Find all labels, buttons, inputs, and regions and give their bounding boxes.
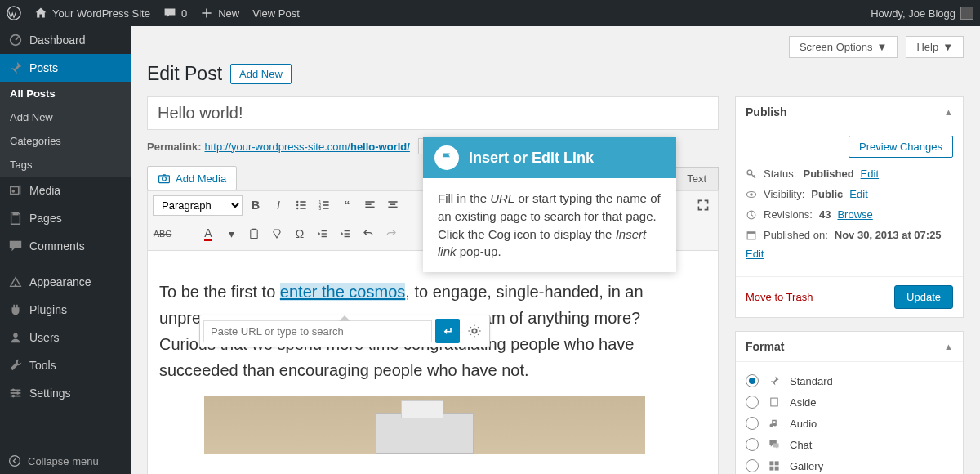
svg-rect-28 [388, 201, 397, 203]
comments-link[interactable]: 0 [163, 7, 187, 20]
camera-icon [158, 172, 171, 185]
new-link[interactable]: New [200, 7, 239, 20]
post-image [204, 396, 645, 454]
alignleft-button[interactable] [360, 195, 380, 216]
quote-button[interactable]: “ [337, 195, 357, 216]
ol-button[interactable]: 123 [314, 195, 334, 216]
svg-point-8 [16, 391, 20, 395]
svg-rect-33 [322, 230, 327, 231]
format-option-audio[interactable]: Audio [746, 413, 953, 434]
svg-point-9 [12, 395, 16, 398]
svg-rect-31 [251, 230, 257, 239]
screen-options-button[interactable]: Screen Options ▼ [789, 36, 898, 58]
sidebar-sub-tags[interactable]: Tags [0, 153, 131, 177]
format-option-chat[interactable]: Chat [746, 434, 953, 455]
outdent-button[interactable] [313, 223, 332, 244]
redo-button[interactable] [381, 223, 401, 244]
svg-point-15 [296, 204, 298, 206]
update-button[interactable]: Update [894, 285, 953, 309]
comments-count: 0 [181, 7, 187, 20]
new-label: New [218, 7, 239, 20]
sidebar-item-media[interactable]: Media [0, 177, 131, 204]
svg-point-17 [296, 208, 298, 209]
link-url-input[interactable] [203, 320, 432, 342]
bold-button[interactable]: B [246, 195, 265, 216]
format-select[interactable]: Paragraph [153, 195, 243, 216]
paste-button[interactable] [244, 223, 264, 244]
panel-toggle[interactable]: ▲ [944, 342, 953, 351]
panel-toggle[interactable]: ▲ [944, 107, 953, 117]
svg-text:3: 3 [319, 207, 322, 211]
preview-button[interactable]: Preview Changes [849, 136, 953, 158]
tooltip-body: Fill in the URL or start typing the name… [423, 178, 676, 272]
sidebar-item-tools[interactable]: Tools [0, 351, 131, 379]
site-link[interactable]: Your WordPress Site [34, 7, 150, 20]
sidebar-item-comments[interactable]: Comments [0, 232, 131, 260]
edit-date-link[interactable]: Edit [746, 248, 953, 260]
svg-rect-16 [300, 204, 305, 206]
undo-button[interactable] [359, 223, 378, 244]
textcolor-button[interactable]: A [198, 223, 218, 244]
browse-revisions-link[interactable]: Browse [837, 208, 872, 221]
sidebar-item-dashboard[interactable]: Dashboard [0, 26, 131, 54]
help-button[interactable]: Help ▼ [906, 36, 964, 58]
sidebar-sub-categories[interactable]: Categories [0, 129, 131, 153]
howdy-link[interactable]: Howdy, Joe Blogg [871, 7, 973, 20]
home-icon [34, 7, 47, 20]
add-new-button[interactable]: Add New [230, 64, 292, 84]
permalink-link[interactable]: http://your-wordpress-site.com/hello-wor… [204, 141, 409, 153]
sidebar-item-pages[interactable]: Pages [0, 204, 131, 232]
fullscreen-button[interactable] [693, 195, 713, 216]
dashboard-icon [8, 33, 23, 47]
sidebar-item-settings[interactable]: Settings [0, 379, 131, 407]
svg-rect-38 [345, 236, 350, 237]
svg-rect-35 [322, 236, 327, 237]
chevron-down-icon[interactable]: ▾ [221, 223, 241, 244]
collapse-menu[interactable]: Collapse menu [0, 448, 131, 474]
format-option-gallery[interactable]: Gallery [746, 455, 953, 474]
sidebar-sub-allposts[interactable]: All Posts [0, 82, 131, 105]
key-icon [746, 168, 757, 180]
sidebar-item-posts[interactable]: Posts [0, 54, 131, 82]
content-area: Screen Options ▼ Help ▼ Edit Post Add Ne… [131, 26, 980, 474]
sidebar-item-appearance[interactable]: Appearance [0, 268, 131, 296]
aligncenter-button[interactable] [383, 195, 403, 216]
radio-icon [746, 438, 759, 451]
svg-point-41 [750, 193, 753, 196]
apply-link-button[interactable] [435, 319, 460, 343]
sidebar-label: Users [29, 331, 60, 344]
link-settings-button[interactable] [463, 319, 486, 343]
strike-button[interactable]: ABC [153, 223, 172, 244]
edit-status-link[interactable]: Edit [861, 168, 879, 180]
ul-button[interactable] [292, 195, 311, 216]
svg-point-10 [10, 456, 20, 467]
svg-rect-37 [345, 233, 350, 234]
enter-icon [441, 324, 454, 338]
wp-logo[interactable] [7, 6, 21, 20]
editor-content[interactable]: To be the first to enter the cosmos, to … [147, 251, 719, 474]
view-post-link[interactable]: View Post [252, 7, 300, 20]
clear-button[interactable] [267, 223, 287, 244]
permalink-label: Permalink: [147, 141, 201, 153]
edit-visibility-link[interactable]: Edit [849, 188, 867, 200]
sidebar-item-plugins[interactable]: Plugins [0, 296, 131, 324]
hr-button[interactable]: — [176, 223, 195, 244]
sidebar-label: Pages [29, 212, 62, 225]
omega-button[interactable]: Ω [290, 223, 310, 244]
post-title-input[interactable] [147, 96, 719, 130]
sidebar-sub-addnew[interactable]: Add New [0, 105, 131, 129]
svg-point-39 [747, 170, 752, 175]
radio-icon [746, 417, 759, 430]
move-to-trash-link[interactable]: Move to Trash [746, 291, 813, 303]
tab-text[interactable]: Text [675, 167, 719, 190]
add-media-button[interactable]: Add Media [147, 166, 237, 190]
format-option-standard[interactable]: Standard [746, 370, 953, 391]
sidebar-label: Settings [29, 387, 71, 400]
indent-button[interactable] [336, 223, 355, 244]
svg-rect-36 [345, 230, 350, 231]
svg-rect-22 [323, 204, 328, 206]
format-option-aside[interactable]: Aside [746, 391, 953, 413]
sidebar-item-users[interactable]: Users [0, 324, 131, 351]
italic-button[interactable]: I [269, 195, 288, 216]
svg-rect-20 [323, 201, 328, 203]
